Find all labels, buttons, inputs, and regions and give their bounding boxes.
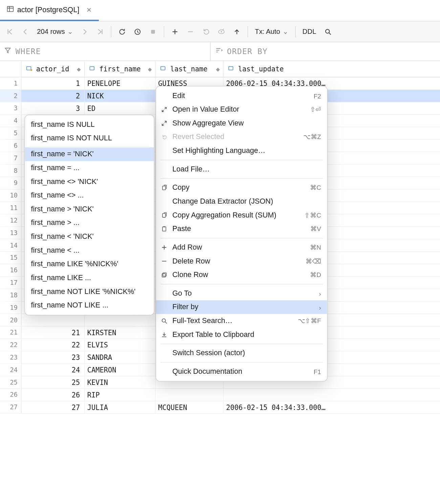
cell-actor-id[interactable]: 2: [22, 90, 85, 102]
cell-first-name[interactable]: [85, 314, 156, 326]
cell-first-name[interactable]: RIP: [85, 389, 156, 401]
submit-button[interactable]: [229, 24, 244, 39]
menu-item[interactable]: Set Highlighting Language…: [156, 144, 327, 158]
next-page-button[interactable]: [78, 24, 92, 39]
submenu-item[interactable]: first_name NOT LIKE '%NICK%': [25, 285, 154, 299]
filter-icon: [4, 47, 11, 56]
submenu-item[interactable]: first_name LIKE ...: [25, 271, 154, 285]
download-icon: [160, 331, 168, 338]
cell-first-name[interactable]: KEVIN: [85, 376, 156, 389]
add-row-button[interactable]: [168, 24, 182, 39]
menu-item[interactable]: Filter by›: [156, 300, 327, 314]
menu-item[interactable]: Clone Row⌘D: [156, 268, 327, 282]
cell-actor-id[interactable]: 27: [22, 401, 85, 413]
menu-label: Clone Row: [172, 271, 306, 279]
menu-item[interactable]: Add Row⌘N: [156, 240, 327, 254]
submenu-item[interactable]: first_name IS NULL: [25, 118, 154, 132]
table-row[interactable]: 2727JULIAMCQUEEN2006-02-15 04:34:33.000…: [0, 401, 440, 414]
submenu-item[interactable]: first_name <> 'NICK': [25, 175, 154, 189]
row-number: 8: [0, 164, 22, 177]
menu-shortcut: ⌘C: [310, 184, 321, 192]
reload-button[interactable]: [115, 24, 129, 39]
menu-item[interactable]: Copy Aggregation Result (SUM)⇧⌘C: [156, 208, 327, 222]
row-number: 12: [0, 214, 22, 227]
where-clause-input[interactable]: WHERE: [0, 42, 211, 61]
pending-button[interactable]: [130, 24, 145, 39]
row-number: 11: [0, 202, 22, 214]
chevron-right-icon: ›: [319, 290, 321, 297]
table-row[interactable]: 2626RIP: [0, 389, 440, 401]
cell-first-name[interactable]: JULIA: [85, 401, 156, 413]
cell-first-name[interactable]: ELVIS: [85, 339, 156, 351]
cell-first-name[interactable]: PENELOPE: [85, 77, 156, 90]
submenu-item[interactable]: first_name LIKE '%NICK%': [25, 257, 154, 271]
submenu-item[interactable]: first_name <> ...: [25, 189, 154, 203]
cell-last-update[interactable]: [223, 389, 440, 401]
revert-button[interactable]: [199, 24, 213, 39]
menu-item[interactable]: Paste⌘V: [156, 222, 327, 236]
menu-item[interactable]: Change Data Extractor (JSON): [156, 194, 327, 208]
svg-point-7: [325, 29, 329, 33]
cell-actor-id[interactable]: 24: [22, 364, 85, 376]
menu-item[interactable]: EditF2: [156, 89, 327, 103]
tx-mode-dropdown[interactable]: Tx: Auto ⌄: [251, 27, 292, 36]
column-header-last-name[interactable]: last_name ◆: [156, 61, 224, 77]
menu-label: Load File…: [172, 165, 321, 174]
menu-item[interactable]: Full-Text Search…⌥⇧⌘F: [156, 314, 327, 328]
cell-actor-id[interactable]: 21: [22, 326, 85, 339]
column-header-first-name[interactable]: first_name ◆: [85, 61, 156, 77]
menu-item[interactable]: Switch Session (actor): [156, 346, 327, 360]
menu-item[interactable]: Show Aggregate View: [156, 116, 327, 130]
cell-actor-id[interactable]: 26: [22, 389, 85, 401]
cell-actor-id[interactable]: 22: [22, 339, 85, 351]
menu-item[interactable]: Export Table to Clipboard: [156, 328, 327, 342]
cell-actor-id[interactable]: 23: [22, 351, 85, 364]
ddl-button[interactable]: DDL: [299, 28, 320, 36]
cell-first-name[interactable]: SANDRA: [85, 351, 156, 364]
submenu-item[interactable]: first_name < ...: [25, 244, 154, 257]
menu-item[interactable]: Open in Value Editor⇧⏎: [156, 103, 327, 117]
menu-item[interactable]: Load File…: [156, 162, 327, 176]
svg-rect-14: [162, 213, 166, 217]
submenu-item[interactable]: first_name = ...: [25, 161, 154, 175]
menu-shortcut: F2: [313, 92, 321, 99]
last-page-button[interactable]: [93, 24, 107, 39]
cell-last-update[interactable]: 2006-02-15 04:34:33.000…: [223, 401, 440, 413]
submenu-item[interactable]: first_name > 'NICK': [25, 202, 154, 216]
stop-button[interactable]: [146, 24, 160, 39]
prev-page-button[interactable]: [18, 24, 32, 39]
cell-last-name[interactable]: MCQUEEN: [156, 401, 224, 413]
cell-last-name[interactable]: [156, 389, 224, 401]
svg-rect-4: [151, 30, 155, 33]
svg-point-19: [162, 319, 166, 322]
column-header-actor-id[interactable]: actor_id ◆: [22, 61, 85, 77]
close-icon[interactable]: ✕: [86, 6, 92, 14]
orderby-clause-input[interactable]: ORDER BY: [211, 42, 440, 61]
preview-button[interactable]: [214, 24, 228, 39]
menu-item[interactable]: Quick DocumentationF1: [156, 365, 327, 379]
cell-actor-id[interactable]: [22, 314, 85, 326]
menu-shortcut: ⌘N: [310, 244, 321, 251]
submenu-item[interactable]: first_name IS NOT NULL: [25, 132, 154, 145]
cell-first-name[interactable]: CAMERON: [85, 364, 156, 376]
submenu-item[interactable]: first_name < 'NICK': [25, 230, 154, 244]
row-count-dropdown[interactable]: 204 rows ⌄: [34, 27, 76, 36]
submenu-item[interactable]: first_name = 'NICK': [25, 147, 154, 161]
column-header-last-update[interactable]: last_update ◆: [223, 61, 440, 77]
cell-first-name[interactable]: KIRSTEN: [85, 326, 156, 339]
menu-item[interactable]: Go To›: [156, 287, 327, 300]
menu-item[interactable]: Delete Row⌘⌫: [156, 254, 327, 268]
cell-first-name[interactable]: NICK: [85, 90, 156, 102]
submenu-item[interactable]: first_name > ...: [25, 216, 154, 230]
search-button[interactable]: [321, 24, 335, 39]
delete-row-button[interactable]: [183, 24, 198, 39]
cell-actor-id[interactable]: 1: [22, 77, 85, 90]
row-number: 26: [0, 389, 22, 401]
cell-actor-id[interactable]: 3: [22, 102, 85, 114]
cell-actor-id[interactable]: 25: [22, 376, 85, 389]
tab-actor[interactable]: actor [PostgreSQL] ✕: [0, 0, 99, 21]
submenu-item[interactable]: first_name NOT LIKE ...: [25, 299, 154, 313]
menu-item[interactable]: Copy⌘C: [156, 181, 327, 195]
first-page-button[interactable]: [3, 24, 17, 39]
cell-first-name[interactable]: ED: [85, 102, 156, 114]
